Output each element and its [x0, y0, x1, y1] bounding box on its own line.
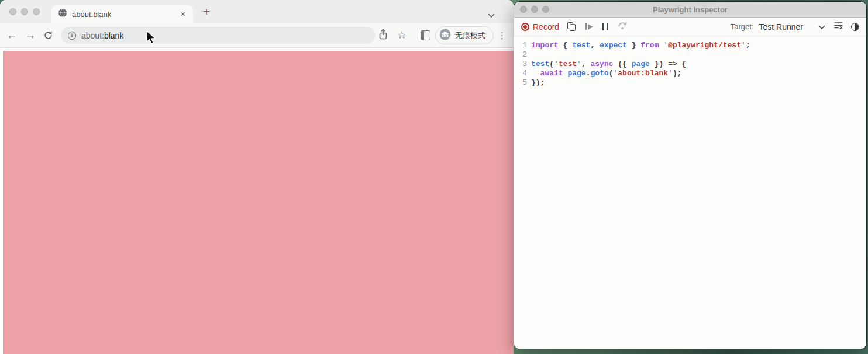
code-line: 3test('test', async ({ page }) => { [514, 60, 866, 69]
code-token: test [572, 41, 590, 50]
target-label: Target: [731, 22, 754, 31]
code-line: 2 [514, 50, 866, 60]
browser-menu-icon[interactable]: ⋮ [498, 29, 507, 43]
url-scheme: about: [81, 31, 104, 40]
code-token: page [567, 69, 585, 78]
code-token: ' [663, 41, 668, 50]
inspector-window-title: Playwright Inspector [653, 5, 728, 14]
chevron-down-icon[interactable] [488, 10, 495, 20]
code-token: async [590, 60, 613, 69]
code-token: { [559, 41, 572, 50]
code-editor[interactable]: 1import { test, expect } from '@playwrig… [514, 36, 866, 349]
code-token [659, 41, 663, 50]
code-token: ' [554, 60, 559, 69]
url-text: about:blank [81, 31, 123, 40]
page-viewport [0, 48, 514, 354]
minimize-window-button[interactable] [21, 8, 28, 15]
line-number: 5 [514, 78, 527, 88]
code-token: ; [746, 41, 750, 50]
mouse-cursor-icon [146, 30, 157, 48]
code-token: , [581, 60, 591, 69]
code-line: 1import { test, expect } from '@playwrig… [514, 41, 866, 50]
tab-title: about:blank [72, 10, 111, 19]
code-token: await [540, 69, 563, 78]
pink-page-block [3, 51, 514, 354]
resume-icon[interactable] [585, 23, 593, 30]
zoom-window-button[interactable] [33, 8, 40, 15]
close-window-button[interactable] [9, 8, 16, 15]
record-label: Record [533, 22, 559, 32]
code-token: goto [590, 69, 608, 78]
inspector-toolbar: Record Target: Test Runner [514, 18, 866, 36]
record-icon [521, 23, 529, 31]
code-token: ({ [614, 60, 632, 69]
pause-icon[interactable] [602, 23, 608, 30]
side-panel-icon[interactable] [421, 30, 430, 40]
incognito-icon [439, 29, 451, 43]
select-chevron-down-icon [818, 22, 825, 32]
theme-toggle-icon[interactable] [851, 23, 859, 31]
code-token: }); [531, 78, 545, 88]
line-number: 1 [514, 41, 527, 50]
line-number: 2 [514, 50, 527, 60]
line-number: 4 [514, 69, 527, 78]
incognito-badge[interactable]: 无痕模式 [435, 26, 494, 44]
globe-favicon-icon [58, 8, 67, 20]
code-line: 5}); [514, 78, 866, 88]
clear-output-icon[interactable] [833, 21, 843, 32]
target-value: Test Runner [759, 22, 803, 32]
playwright-inspector-window: Playwright Inspector Record Target: Test… [514, 1, 867, 349]
code-token: @playwright/test [668, 41, 741, 50]
close-window-button[interactable] [520, 6, 527, 13]
code-token: test [531, 60, 549, 69]
code-token: test [559, 60, 577, 69]
code-token: ' [614, 69, 618, 78]
minimize-window-button[interactable] [531, 6, 538, 13]
browser-tab[interactable]: about:blank × [51, 5, 193, 23]
code-token: ' [741, 41, 746, 50]
forward-button[interactable]: → [23, 29, 37, 43]
code-token: ); [673, 69, 682, 78]
step-over-icon[interactable] [618, 21, 628, 33]
zoom-window-button[interactable] [542, 6, 549, 13]
address-bar[interactable]: i about:blank [61, 27, 376, 44]
target-select[interactable]: Test Runner [759, 22, 825, 32]
code-token: } [627, 41, 640, 50]
reload-button[interactable] [43, 30, 53, 40]
new-tab-button[interactable]: + [199, 5, 213, 19]
browser-window: about:blank × + ← → i about:blank [0, 0, 514, 354]
code-token [531, 69, 540, 78]
code-token: ( [609, 69, 614, 78]
code-token: . [586, 69, 591, 78]
browser-toolbar: ← → i about:blank ☆ [0, 23, 514, 48]
share-icon[interactable] [378, 28, 388, 43]
code-token: ' [577, 60, 581, 69]
code-token: import [531, 41, 559, 50]
code-token: expect [600, 41, 627, 50]
code-token: about:blank [618, 69, 668, 78]
inspector-titlebar: Playwright Inspector [514, 2, 866, 18]
code-token: ( [549, 60, 554, 69]
code-token: }) => { [650, 60, 686, 69]
page-info-icon[interactable]: i [68, 32, 76, 40]
url-host: blank [104, 31, 123, 40]
record-button[interactable]: Record [521, 22, 559, 32]
code-token [563, 69, 568, 78]
line-number: 3 [514, 60, 527, 69]
tab-close-icon[interactable]: × [178, 9, 188, 19]
code-line: 4 await page.goto('about:blank'); [514, 69, 866, 78]
bookmark-star-icon[interactable]: ☆ [397, 28, 407, 42]
incognito-label: 无痕模式 [455, 30, 485, 41]
tab-strip: about:blank × + [0, 0, 514, 23]
copy-icon[interactable] [567, 22, 576, 32]
back-button[interactable]: ← [5, 29, 19, 43]
code-token: page [632, 60, 650, 69]
code-token: from [640, 41, 659, 50]
code-token: , [590, 41, 600, 50]
code-token: ' [668, 69, 673, 78]
